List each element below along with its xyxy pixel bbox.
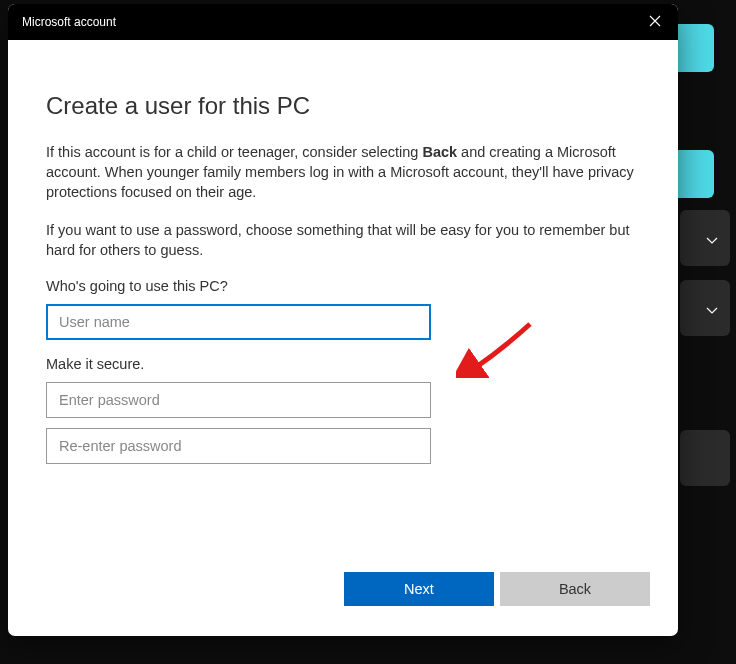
bg-expand-panel[interactable] (680, 280, 730, 336)
titlebar: Microsoft account (8, 4, 678, 40)
username-section-label: Who's going to use this PC? (46, 278, 634, 294)
password-input[interactable] (46, 382, 431, 418)
account-dialog: Microsoft account Create a user for this… (8, 4, 678, 636)
password-section-label: Make it secure. (46, 356, 634, 372)
bg-expand-panel[interactable] (680, 210, 730, 266)
page-heading: Create a user for this PC (46, 92, 634, 120)
back-button[interactable]: Back (500, 572, 650, 606)
next-button[interactable]: Next (344, 572, 494, 606)
chevron-down-icon (706, 232, 718, 244)
para1-pre: If this account is for a child or teenag… (46, 144, 422, 160)
intro-paragraph-2: If you want to use a password, choose so… (46, 220, 634, 260)
chevron-down-icon (706, 302, 718, 314)
dialog-footer: Next Back (8, 556, 678, 636)
intro-paragraph-1: If this account is for a child or teenag… (46, 142, 634, 202)
close-icon (649, 15, 661, 30)
reenter-password-input[interactable] (46, 428, 431, 464)
annotation-arrow-icon (456, 318, 536, 382)
close-button[interactable] (632, 4, 678, 40)
username-input[interactable] (46, 304, 431, 340)
dialog-content: Create a user for this PC If this accoun… (8, 40, 678, 556)
para1-bold: Back (422, 144, 457, 160)
bg-expand-panel[interactable] (680, 430, 730, 486)
window-title: Microsoft account (22, 15, 632, 29)
